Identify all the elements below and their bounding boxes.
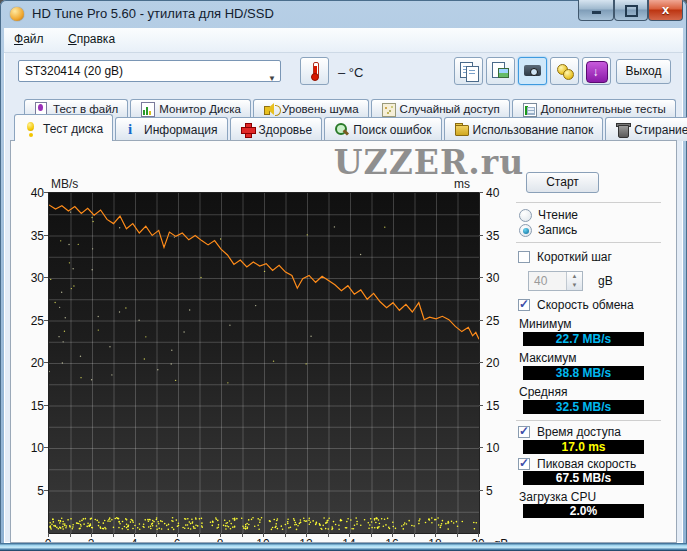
tick-mark xyxy=(156,533,157,537)
tick-mark xyxy=(371,533,372,537)
tab-top-2[interactable]: Монитор Диска xyxy=(130,99,251,118)
copy-button[interactable] xyxy=(454,57,483,85)
folder-usage-icon xyxy=(454,122,468,137)
info-icon: i xyxy=(125,122,139,137)
tab-top-3[interactable]: Уровень шума xyxy=(253,99,369,118)
screenshot-button[interactable] xyxy=(518,57,547,85)
divider xyxy=(516,202,661,203)
extra-tests-icon xyxy=(522,102,536,117)
title-bar[interactable]: HD Tune Pro 5.60 - утилита для HD/SSD x xyxy=(0,0,687,28)
transfer-label[interactable]: Скорость обмена xyxy=(537,298,634,312)
menu-bar: Файл Справка xyxy=(4,28,683,53)
disk-monitor-icon xyxy=(140,102,154,117)
exit-button[interactable]: Выход xyxy=(616,59,671,84)
menu-file[interactable]: Файл xyxy=(4,28,54,49)
x-tick: 0 xyxy=(37,537,59,543)
average-value: 32.5 MB/s xyxy=(523,400,644,414)
temperature-button[interactable] xyxy=(300,57,329,85)
access-time-value: 17.0 ms xyxy=(523,440,644,454)
write-radio-label[interactable]: Запись xyxy=(538,223,577,237)
tab-bottom-3[interactable]: Здоровье xyxy=(230,117,323,141)
tick-mark xyxy=(285,533,286,537)
tab-label: Здоровье xyxy=(259,123,313,137)
window-bottom-border xyxy=(0,543,687,551)
x-tick: 14 xyxy=(338,537,360,543)
tick-mark xyxy=(199,533,200,537)
toolbar: ST320414 (20 gB) ▼ – °C ↓ Выход xyxy=(4,53,683,97)
x-tick: 4 xyxy=(123,537,145,543)
y-tick-left: 30 xyxy=(22,271,44,285)
tick-mark xyxy=(44,490,48,491)
y-tick-right: 5 xyxy=(486,484,508,498)
y-tick-left: 35 xyxy=(22,229,44,243)
benchmark-page: UZZER.ru MB/s ms Старт Чтение Запись Кор… xyxy=(10,140,677,543)
stride-spinner[interactable]: 40 ▲▼ xyxy=(528,271,583,291)
camera-icon xyxy=(524,65,541,76)
chevron-down-icon: ▼ xyxy=(268,69,276,89)
y-tick-right: 35 xyxy=(486,229,508,243)
cpu-usage-label: Загрузка CPU xyxy=(519,490,596,504)
tab-bottom-5[interactable]: Использование папок xyxy=(444,117,604,141)
x-axis-unit: gB xyxy=(490,537,512,543)
chart-canvas xyxy=(49,193,479,533)
x-tick: 12 xyxy=(295,537,317,543)
copy-image-button[interactable] xyxy=(486,57,515,85)
y-tick-left: 25 xyxy=(22,314,44,328)
benchmark-chart xyxy=(48,192,480,534)
close-button[interactable]: x xyxy=(648,0,683,21)
access-time-label[interactable]: Время доступа xyxy=(537,425,621,439)
tick-mark xyxy=(479,277,483,278)
burst-rate-value: 67.5 MB/s xyxy=(523,471,644,485)
y-tick-right: 30 xyxy=(486,271,508,285)
tick-mark xyxy=(44,405,48,406)
y-tick-left: 15 xyxy=(22,399,44,413)
y-tick-left: 10 xyxy=(22,441,44,455)
maximize-button[interactable] xyxy=(614,0,648,21)
erase-icon xyxy=(615,122,629,137)
tick-mark xyxy=(113,533,114,537)
short-stride-label[interactable]: Короткий шаг xyxy=(537,250,612,264)
divider xyxy=(516,420,661,421)
drive-select[interactable]: ST320414 (20 gB) ▼ xyxy=(18,60,281,82)
read-radio-label[interactable]: Чтение xyxy=(538,208,578,222)
tab-bottom-2[interactable]: iИнформация xyxy=(115,117,227,141)
read-radio[interactable] xyxy=(519,209,532,222)
tick-mark xyxy=(479,362,483,363)
y-tick-right: 15 xyxy=(486,399,508,413)
tick-mark xyxy=(328,533,329,537)
save-button[interactable] xyxy=(550,57,579,85)
error-scan-icon xyxy=(334,122,348,137)
tab-label: Дополнительные тесты xyxy=(541,103,666,115)
tab-row-bottom: Тест дискаiИнформацияЗдоровьеПоиск ошибо… xyxy=(14,117,687,141)
access-time-checkbox[interactable] xyxy=(518,426,530,438)
menu-help[interactable]: Справка xyxy=(58,28,125,49)
tick-mark xyxy=(479,320,483,321)
transfer-checkbox[interactable] xyxy=(518,299,530,311)
cpu-usage-value: 2.0% xyxy=(523,504,644,518)
tab-top-4[interactable]: Случайный доступ xyxy=(371,99,510,118)
tab-bottom-4[interactable]: Поиск ошибок xyxy=(324,117,441,141)
download-button[interactable]: ↓ xyxy=(582,57,611,85)
tab-bottom-1[interactable]: Тест диска xyxy=(14,114,113,141)
maximize-icon xyxy=(625,5,638,17)
x-tick: 10 xyxy=(252,537,274,543)
tab-top-5[interactable]: Дополнительные тесты xyxy=(512,99,676,118)
tick-mark xyxy=(242,533,243,537)
spinner-arrows-icon[interactable]: ▲▼ xyxy=(566,272,582,290)
thermometer-icon xyxy=(311,62,319,80)
write-radio[interactable] xyxy=(519,224,532,237)
burst-rate-label[interactable]: Пиковая скорость xyxy=(537,457,636,471)
disk-test-icon xyxy=(24,122,38,137)
app-icon xyxy=(10,7,24,21)
drive-select-value: ST320414 (20 gB) xyxy=(25,64,123,78)
tab-bottom-6[interactable]: Стирание xyxy=(605,117,687,141)
short-stride-checkbox[interactable] xyxy=(518,251,530,263)
start-button[interactable]: Старт xyxy=(526,172,599,193)
window-title: HD Tune Pro 5.60 - утилита для HD/SSD xyxy=(32,6,274,21)
x-tick: 16 xyxy=(381,537,403,543)
stride-unit: gB xyxy=(598,274,613,288)
app-window: HD Tune Pro 5.60 - утилита для HD/SSD x … xyxy=(0,0,687,551)
y-tick-right: 20 xyxy=(486,356,508,370)
minimize-button[interactable] xyxy=(578,0,614,21)
burst-rate-checkbox[interactable] xyxy=(518,458,530,470)
